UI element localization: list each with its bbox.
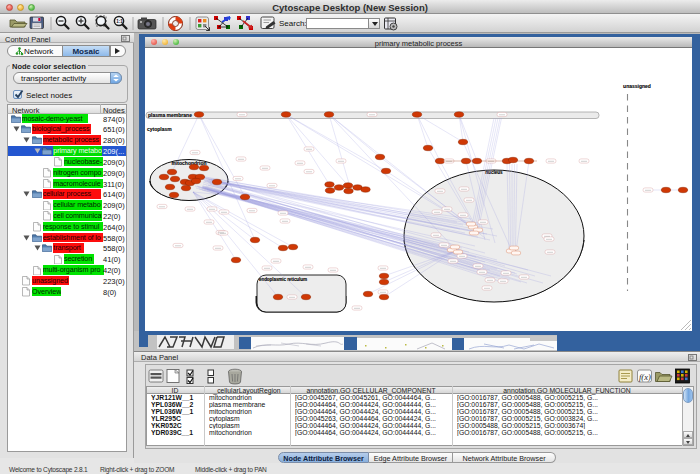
svg-text:mitochondrion: mitochondrion: [172, 160, 207, 166]
svg-text:unassigned: unassigned: [623, 83, 651, 89]
svg-text:1:1: 1:1: [116, 19, 123, 24]
svg-text:endoplasmic reticulum: endoplasmic reticulum: [259, 277, 307, 282]
svg-text:plasma membrane: plasma membrane: [148, 112, 192, 118]
svg-text:f(x): f(x): [639, 372, 651, 382]
svg-text:cytoplasm: cytoplasm: [147, 126, 172, 132]
svg-text:nucleus: nucleus: [485, 170, 503, 175]
